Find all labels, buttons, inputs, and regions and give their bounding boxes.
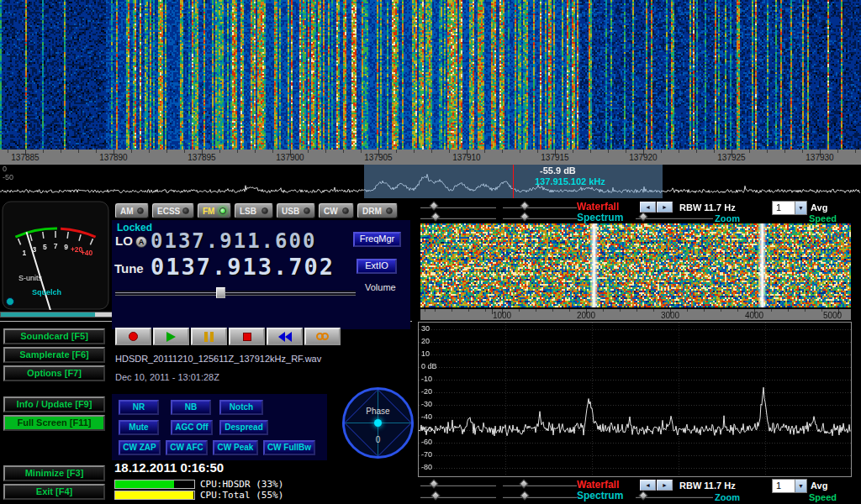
cw-fullbw-button[interactable]: CW FullBw [263,440,315,455]
zoom-out-button-2[interactable]: ◄ [640,480,656,491]
notch-button[interactable]: Notch [219,400,263,415]
s-meter: 1 3 5 7 9 +20 +40 S-units Squelch [2,201,109,310]
info-update-button[interactable]: Info / Update [F9] [3,396,105,412]
soundcard-button[interactable]: Soundcard [F5] [3,328,105,344]
locked-indicator: Locked [117,222,152,234]
mode-button-lsb[interactable]: LSB [235,203,273,218]
zoom-in-button-2[interactable]: ► [657,480,673,491]
exit-button[interactable]: Exit [F4] [3,484,105,500]
ruler-label: 5000 [823,311,842,320]
zoom-slider[interactable] [636,213,713,222]
stop-button[interactable] [229,328,265,345]
spectrum-tab-2[interactable]: Spectrum [577,490,623,501]
frequency-ruler[interactable]: 137885 137890 137895 137900 137905 13791… [0,150,861,165]
ruler-major-ticks [420,309,851,314]
ruler-label: 2000 [577,311,595,320]
slider-thumb[interactable] [430,212,440,221]
record-button[interactable] [115,328,151,345]
minimize-button[interactable]: Minimize [F3] [3,465,105,481]
slider-thumb[interactable] [639,212,648,221]
cw-afc-button[interactable]: CW AFC [166,440,208,455]
fullscreen-button[interactable]: Full Screen [F11] [3,415,105,431]
main-waterfall[interactable] [0,0,861,150]
smeter-scale-label: +40 [81,249,93,257]
slider-thumb[interactable] [520,201,530,210]
waterfall-brightness-slider[interactable] [420,202,496,211]
speed-label-2: Speed [809,492,837,502]
slider-thumb[interactable] [639,491,648,500]
zoom-slider-2[interactable] [636,492,713,501]
waterfall-contrast-slider-2[interactable] [503,480,577,489]
freqmgr-button[interactable]: FreqMgr [353,232,401,247]
waterfall-contrast-slider[interactable] [503,202,577,211]
mode-led-icon [342,207,349,214]
rewind-button[interactable] [267,328,303,345]
despread-button[interactable]: Despread [219,420,268,435]
waterfall-tab[interactable]: Waterfall [577,201,619,213]
frequency-readout: 137.915.102 kHz [535,176,605,186]
speed-select-2[interactable]: 1 ▼ [772,479,807,493]
agc-button[interactable]: AGC Off [171,420,213,435]
pause-button[interactable] [191,328,227,345]
main-spectrum[interactable]: -55.9 dB 137.915.102 kHz 0 -50 [0,165,861,198]
mute-button[interactable]: Mute [119,420,159,435]
mode-button-am[interactable]: AM [115,203,149,218]
mode-button-drm[interactable]: DRM [357,203,398,218]
record-icon [129,332,138,341]
slider-thumb[interactable] [430,201,439,210]
loop-button[interactable] [304,328,341,345]
chevron-down-icon[interactable]: ▼ [795,480,806,492]
slider-thumb[interactable] [430,479,439,488]
nb-button[interactable]: NB [171,400,211,415]
mode-button-ecss[interactable]: ECSS [152,203,194,218]
slider-thumb[interactable] [430,491,440,500]
audio-waterfall[interactable] [420,223,851,307]
cw-zap-button[interactable]: CW ZAP [119,440,161,455]
mode-button-usb[interactable]: USB [277,203,315,218]
volume-slider-thumb[interactable] [216,287,225,298]
volume-slider-track[interactable] [115,291,356,296]
slider-thumb[interactable] [520,212,530,221]
slider-track [503,217,577,219]
vfo-a-badge[interactable]: A [135,236,147,248]
samplerate-button[interactable]: Samplerate [F6] [3,347,105,363]
lo-label: LO [115,234,133,248]
audio-frequency-ruler[interactable]: 1000 2000 3000 4000 5000 [420,309,851,320]
waterfall-brightness-slider-2[interactable] [420,480,496,489]
phase-label: Phase [342,407,414,416]
squelch-knob[interactable] [7,298,14,306]
spectrum-ref-slider[interactable] [420,213,496,222]
chevron-down-icon[interactable]: ▼ [795,202,806,214]
ruler-label: 137910 [452,153,480,162]
waterfall-tab-2[interactable]: Waterfall [577,479,619,491]
speed-value: 1 [773,480,795,492]
ruler-label: 1000 [493,311,511,320]
extio-button[interactable]: ExtIO [357,259,397,274]
pause-icon [204,332,214,342]
db-scale-label: 10 [421,349,430,358]
cpu-hdsdr-fill [115,480,174,488]
lo-frequency-display[interactable]: 0137.911.600 [151,229,316,253]
spectrum-range-slider[interactable] [503,213,577,222]
audio-spectrum-trace [419,323,851,476]
spectrum-tab[interactable]: Spectrum [577,212,623,223]
phase-scope[interactable]: Phase 0 [342,387,414,459]
ruler-label: 137890 [99,153,127,162]
slider-thumb[interactable] [519,479,528,488]
spectrum-range-slider-2[interactable] [503,492,577,501]
nr-button[interactable]: NR [119,400,159,415]
audio-spectrum[interactable]: 30 20 10 0 dB -10 -20 -30 -40 -50 -60 -7… [418,322,852,477]
mode-led-icon [261,207,268,214]
slider-thumb[interactable] [520,491,530,500]
spectrum-ref-slider-2[interactable] [420,492,496,501]
axis-label: 0 [3,165,7,173]
tune-frequency-display[interactable]: 0137.913.702 [151,254,335,280]
zoom-in-button[interactable]: ► [657,202,673,213]
mode-button-fm[interactable]: FM [198,203,231,218]
options-button[interactable]: Options [F7] [3,365,105,381]
zoom-out-button[interactable]: ◄ [640,202,656,213]
mode-button-cw[interactable]: CW [319,203,354,218]
speed-select[interactable]: 1 ▼ [772,201,807,215]
cw-peak-button[interactable]: CW Peak [213,440,258,455]
play-button[interactable] [153,328,189,345]
